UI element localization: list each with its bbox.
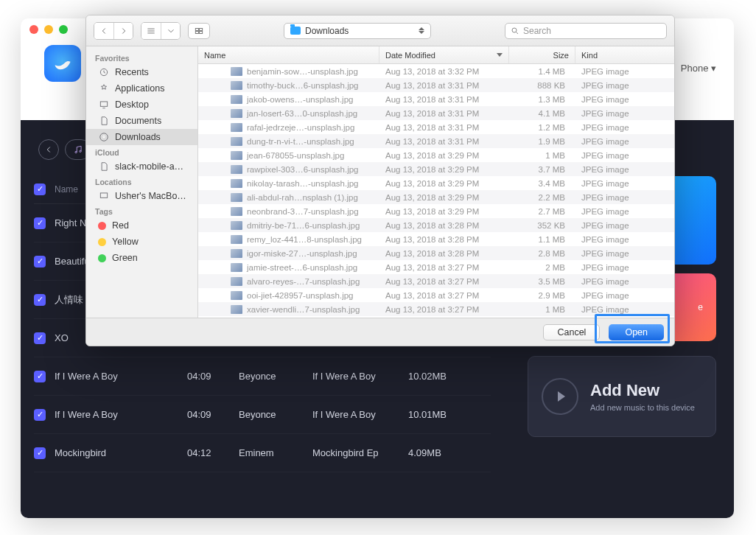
sidebar-item-label: Red <box>112 220 129 231</box>
file-kind: JPEG image <box>575 179 657 188</box>
sidebar-tag-green[interactable]: Green <box>86 250 197 266</box>
sidebar-item-desktop[interactable]: Desktop <box>86 97 197 113</box>
file-name: dmitriy-be-71…6-unsplash.jpg <box>247 221 360 230</box>
file-row[interactable]: dmitriy-be-71…6-unsplash.jpg Aug 13, 201… <box>198 218 674 232</box>
file-name: jakob-owens…-unsplash.jpg <box>247 95 353 104</box>
minimize-icon[interactable] <box>44 25 53 34</box>
sidebar-item-label: Usher's MacBo… <box>115 191 186 201</box>
window-traffic-lights <box>29 25 68 34</box>
file-row[interactable]: timothy-buck…6-unsplash.jpg Aug 13, 2018… <box>198 78 674 92</box>
track-size: 10.01MB <box>408 409 467 420</box>
file-size: 3.4 MB <box>509 179 575 188</box>
file-date: Aug 13, 2018 at 3:28 PM <box>379 221 509 230</box>
track-checkbox[interactable] <box>34 409 46 421</box>
file-kind: JPEG image <box>575 263 657 272</box>
file-name: dung-tr-n-vi-t…-unsplash.jpg <box>247 137 354 146</box>
file-row[interactable]: dung-tr-n-vi-t…-unsplash.jpg Aug 13, 201… <box>198 134 674 148</box>
svg-point-1 <box>80 150 81 152</box>
sidebar-item-usher-s-macbo-[interactable]: Usher's MacBo… <box>86 188 197 204</box>
bird-icon <box>52 53 73 74</box>
file-date: Aug 13, 2018 at 3:31 PM <box>379 81 509 90</box>
select-all-checkbox[interactable] <box>34 183 46 195</box>
track-album: If I Were A Boy <box>312 409 408 420</box>
sidebar-item-documents[interactable]: Documents <box>86 113 197 129</box>
track-checkbox[interactable] <box>34 332 46 344</box>
track-size: 4.09MB <box>408 447 467 458</box>
file-row[interactable]: neonbrand-3…7-unsplash.jpg Aug 13, 2018 … <box>198 204 674 218</box>
sidebar-item-icon <box>98 83 109 94</box>
track-time: 04:09 <box>187 409 239 420</box>
file-row[interactable]: benjamin-sow…-unsplash.jpg Aug 13, 2018 … <box>198 64 674 78</box>
track-artist: Beyonce <box>239 409 312 420</box>
file-row[interactable]: xavier-wendli…7-unsplash.jpg Aug 13, 201… <box>198 302 674 316</box>
view-dropdown-button[interactable] <box>161 23 180 39</box>
file-row[interactable]: remy_loz-441…8-unsplash.jpg Aug 13, 2018… <box>198 232 674 246</box>
file-row[interactable]: igor-miske-27…-unsplash.jpg Aug 13, 2018… <box>198 246 674 260</box>
file-row[interactable]: jean-678055-unsplash.jpg Aug 13, 2018 at… <box>198 148 674 162</box>
file-kind: JPEG image <box>575 291 657 300</box>
sidebar-tag-yellow[interactable]: Yellow <box>86 234 197 250</box>
file-date: Aug 13, 2018 at 3:32 PM <box>379 67 509 76</box>
group-button[interactable] <box>188 23 210 39</box>
track-checkbox[interactable] <box>34 294 46 306</box>
file-thumb-icon <box>231 193 242 202</box>
sidebar-item-icon <box>98 99 109 111</box>
track-checkbox[interactable] <box>34 256 46 268</box>
add-new-card[interactable]: Add New Add new music to this device <box>528 356 716 437</box>
file-name: rafal-jedrzeje…-unsplash.jpg <box>247 123 354 132</box>
track-row[interactable]: Mockingbird 04:12 Eminem Mockingbird Ep … <box>34 434 491 472</box>
file-row[interactable]: ali-abdul-rah…nsplash (1).jpg Aug 13, 20… <box>198 190 674 204</box>
track-row[interactable]: If I Were A Boy 04:09 Beyonce If I Were … <box>34 357 491 396</box>
file-row[interactable]: jamie-street-…6-unsplash.jpg Aug 13, 201… <box>198 260 674 274</box>
file-row[interactable]: rawpixel-303…6-unsplash.jpg Aug 13, 2018… <box>198 162 674 176</box>
file-name: neonbrand-3…7-unsplash.jpg <box>247 207 359 216</box>
file-thumb-icon <box>231 151 242 160</box>
list-icon <box>146 26 156 36</box>
col-date[interactable]: Date Modified <box>379 46 509 63</box>
view-list-button[interactable] <box>141 23 161 39</box>
search-field[interactable]: Search <box>505 23 667 39</box>
nav-back-button[interactable] <box>94 23 113 39</box>
file-thumb-icon <box>231 235 242 244</box>
file-row[interactable]: jan-losert-63…0-unsplash.jpg Aug 13, 201… <box>198 106 674 120</box>
path-popup[interactable]: Downloads <box>284 23 431 39</box>
sidebar-item-slack-mobile-a-[interactable]: slack-mobile-a… <box>86 158 197 175</box>
sidebar-tag-red[interactable]: Red <box>86 217 197 234</box>
file-size: 2.8 MB <box>509 249 575 258</box>
file-row[interactable]: rafal-jedrzeje…-unsplash.jpg Aug 13, 201… <box>198 120 674 134</box>
file-rows[interactable]: benjamin-sow…-unsplash.jpg Aug 13, 2018 … <box>198 64 674 318</box>
sidebar-item-downloads[interactable]: Downloads <box>86 129 197 145</box>
file-row[interactable]: alvaro-reyes-…7-unsplash.jpg Aug 13, 201… <box>198 274 674 288</box>
sidebar-item-recents[interactable]: Recents <box>86 64 197 80</box>
file-row[interactable]: nikolay-tarash…-unsplash.jpg Aug 13, 201… <box>198 176 674 190</box>
track-checkbox[interactable] <box>34 217 46 229</box>
file-thumb-icon <box>231 249 242 258</box>
track-size: 10.02MB <box>408 371 467 382</box>
col-kind[interactable]: Kind <box>575 46 657 63</box>
track-checkbox[interactable] <box>34 371 46 382</box>
col-size[interactable]: Size <box>509 46 575 63</box>
nav-forward-button[interactable] <box>113 23 133 39</box>
track-row[interactable]: If I Were A Boy 04:09 Beyonce If I Were … <box>34 396 491 434</box>
track-checkbox[interactable] <box>34 447 46 459</box>
file-thumb-icon <box>231 109 242 118</box>
open-button[interactable]: Open <box>609 324 664 340</box>
file-name: xavier-wendli…7-unsplash.jpg <box>247 305 360 314</box>
close-icon[interactable] <box>29 25 38 34</box>
sort-caret-icon <box>497 53 503 57</box>
sidebar-item-applications[interactable]: Applications <box>86 80 197 97</box>
file-row[interactable]: jakob-owens…-unsplash.jpg Aug 13, 2018 a… <box>198 92 674 106</box>
file-row[interactable]: ooi-jiet-428957-unsplash.jpg Aug 13, 201… <box>198 288 674 302</box>
file-kind: JPEG image <box>575 249 657 258</box>
track-name: If I Were A Boy <box>55 371 187 382</box>
sidebar-item-label: Documents <box>115 116 161 126</box>
maximize-icon[interactable] <box>59 25 68 34</box>
col-name[interactable]: Name <box>198 46 379 63</box>
device-selector[interactable]: Phone ▾ <box>681 63 716 74</box>
file-list-area: Name Date Modified Size Kind benjamin-so… <box>198 46 674 318</box>
file-size: 1.3 MB <box>509 95 575 104</box>
back-button[interactable] <box>38 139 59 160</box>
file-date: Aug 13, 2018 at 3:31 PM <box>379 109 509 118</box>
cancel-button[interactable]: Cancel <box>543 324 600 340</box>
file-size: 352 KB <box>509 221 575 230</box>
